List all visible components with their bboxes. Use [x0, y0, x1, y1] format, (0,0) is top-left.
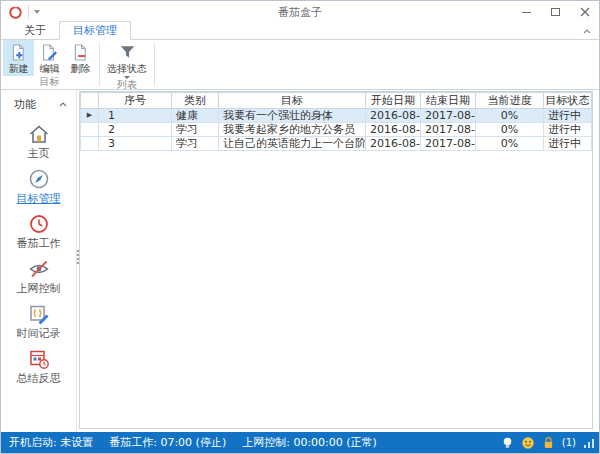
- filter-icon: [118, 43, 137, 62]
- app-logo-icon: [8, 5, 23, 20]
- cell-start: 2016-08-21: [366, 123, 421, 137]
- cell-category: 学习: [172, 137, 219, 151]
- close-icon: [580, 7, 590, 17]
- sidebar-item-label: 时间记录: [17, 327, 61, 340]
- sidebar-item-label: 上网控制: [17, 282, 61, 295]
- minimize-button[interactable]: [512, 2, 541, 23]
- cell-end: 2017-08-21: [421, 109, 476, 123]
- collapse-chevron-icon: [59, 102, 67, 107]
- sidebar-item-goal-management[interactable]: 目标管理: [1, 167, 76, 205]
- goals-panel: 序号 类别 目标 开始日期 结束日期 当前进度 目标状态 ▶ 1 健康 我要有一: [79, 91, 593, 429]
- sidebar-header[interactable]: 功能: [1, 97, 76, 112]
- col-header-no[interactable]: 序号: [99, 93, 172, 109]
- sidebar-item-label: 目标管理: [17, 192, 61, 205]
- table-row[interactable]: 2 学习 我要考起家乡的地方公务员 2016-08-21 2017-08-21 …: [81, 123, 592, 137]
- cell-end: 2017-08-21: [421, 123, 476, 137]
- main-area: 功能 主页 目标管理: [1, 90, 599, 434]
- window-title: 番茄盒子: [1, 5, 599, 20]
- status-bar: 开机启动: 未设置 番茄工作: 07:00 (停止) 上网控制: 00:00:0…: [1, 432, 599, 453]
- status-bar-icons: (1): [501, 436, 595, 450]
- sidebar-item-internet-control[interactable]: 上网控制: [1, 257, 76, 295]
- col-header-progress[interactable]: 当前进度: [476, 93, 544, 109]
- select-status-button[interactable]: 选择状态: [103, 40, 151, 79]
- sidebar-item-label: 总结反思: [17, 372, 61, 385]
- row-selector-header: [81, 93, 99, 109]
- sidebar-item-summary-reflect[interactable]: 总结反思: [1, 347, 76, 385]
- status-tomato-work: 番茄工作: 07:00 (停止): [109, 435, 226, 450]
- cell-no: 3: [99, 137, 172, 151]
- divider: [28, 5, 29, 19]
- new-button[interactable]: 新建: [3, 40, 34, 76]
- sidebar-item-label: 主页: [28, 147, 50, 160]
- new-button-label: 新建: [9, 63, 29, 74]
- cell-category: 学习: [172, 123, 219, 137]
- sidebar-splitter[interactable]: [76, 90, 79, 434]
- ribbon-group-goal: 新建 编辑 删除: [3, 40, 96, 89]
- table-row[interactable]: 3 学习 让自己的英语能力上一个台阶 2016-08-21 2017-08-21…: [81, 137, 592, 151]
- time-record-icon: [27, 302, 51, 326]
- status-internet-control: 上网控制: 00:00:00 (正常): [242, 435, 377, 450]
- row-selector-arrow-icon: ▶: [81, 109, 99, 123]
- cell-goal: 我要考起家乡的地方公务员: [219, 123, 366, 137]
- delete-document-icon: [71, 43, 90, 62]
- home-icon: [27, 122, 51, 146]
- quick-access-dropdown-icon[interactable]: [34, 10, 40, 14]
- lock-count-badge: (1): [562, 437, 576, 448]
- cell-no: 2: [99, 123, 172, 137]
- delete-button-label: 删除: [71, 63, 91, 74]
- sidebar-item-time-record[interactable]: 时间记录: [1, 302, 76, 340]
- cell-end: 2017-08-21: [421, 137, 476, 151]
- maximize-button[interactable]: [541, 2, 570, 23]
- col-header-status[interactable]: 目标状态: [544, 93, 592, 109]
- smiley-face-icon[interactable]: [521, 436, 535, 450]
- quick-access-toolbar: [1, 5, 40, 20]
- row-selector: [81, 123, 99, 137]
- cell-goal: 让自己的英语能力上一个台阶: [219, 137, 366, 151]
- ribbon-separator: [154, 43, 155, 86]
- splitter-grip-icon: [77, 250, 79, 252]
- delete-button[interactable]: 删除: [65, 40, 96, 76]
- select-status-label: 选择状态: [107, 63, 147, 74]
- resize-grip-icon[interactable]: [583, 437, 595, 449]
- cell-status: 进行中: [544, 137, 592, 151]
- compass-icon: [27, 167, 51, 191]
- lock-icon[interactable]: [542, 436, 555, 450]
- calendar-reflect-icon: [27, 347, 51, 371]
- table-row[interactable]: ▶ 1 健康 我要有一个强壮的身体 2016-08-21 2017-08-21 …: [81, 109, 592, 123]
- col-header-category[interactable]: 类别: [172, 93, 219, 109]
- sidebar: 功能 主页 目标管理: [1, 90, 76, 434]
- ribbon: 新建 编辑 删除: [1, 40, 599, 90]
- sidebar-header-label: 功能: [14, 97, 36, 112]
- minimize-icon: [522, 12, 531, 13]
- sidebar-item-label: 番茄工作: [17, 237, 61, 250]
- cell-start: 2016-08-21: [366, 109, 421, 123]
- edit-document-icon: [40, 43, 59, 62]
- col-header-start[interactable]: 开始日期: [366, 93, 421, 109]
- lightbulb-icon[interactable]: [501, 436, 514, 450]
- window-controls: [512, 2, 599, 23]
- goals-table: 序号 类别 目标 开始日期 结束日期 当前进度 目标状态 ▶ 1 健康 我要有一: [80, 92, 592, 151]
- ribbon-group-label-goal: 目标: [3, 76, 96, 89]
- col-header-end[interactable]: 结束日期: [421, 93, 476, 109]
- titlebar: 番茄盒子: [1, 1, 599, 23]
- eye-slash-icon: [27, 257, 51, 281]
- ribbon-separator: [99, 43, 100, 86]
- table-header-row: 序号 类别 目标 开始日期 结束日期 当前进度 目标状态: [81, 93, 592, 109]
- cell-goal: 我要有一个强壮的身体: [219, 109, 366, 123]
- tab-goal-management[interactable]: 目标管理: [59, 21, 131, 40]
- cell-start: 2016-08-21: [366, 137, 421, 151]
- cell-progress: 0%: [476, 109, 544, 123]
- edit-button[interactable]: 编辑: [34, 40, 65, 76]
- cell-no: 1: [99, 109, 172, 123]
- ribbon-group-list: 选择状态 列表: [103, 40, 151, 89]
- cell-progress: 0%: [476, 137, 544, 151]
- chevron-up-icon: [583, 29, 591, 34]
- app-window: 番茄盒子 关于 目标管理 新建: [0, 0, 600, 454]
- sidebar-item-home[interactable]: 主页: [1, 122, 76, 160]
- close-button[interactable]: [570, 2, 599, 23]
- cell-status: 进行中: [544, 123, 592, 137]
- sidebar-item-tomato-work[interactable]: 番茄工作: [1, 212, 76, 250]
- col-header-goal[interactable]: 目标: [219, 93, 366, 109]
- tab-about[interactable]: 关于: [11, 22, 59, 39]
- maximize-icon: [551, 8, 560, 16]
